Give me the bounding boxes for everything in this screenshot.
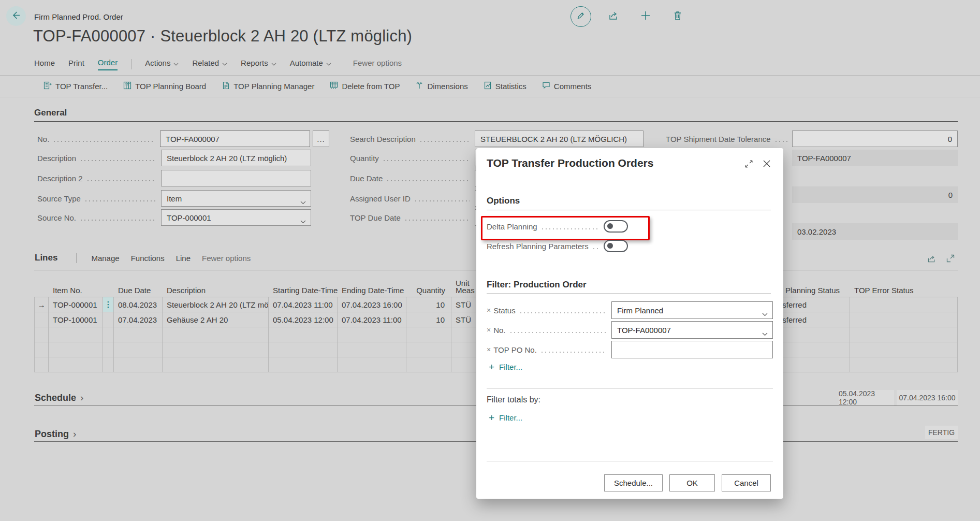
statistics-button[interactable]: Statistics [484,81,526,91]
clear-filter-icon[interactable]: × [487,326,491,334]
plus-icon [640,10,651,23]
chevron-down-icon [326,59,331,67]
status-filter-row: × Status Firm Planned [487,301,773,319]
dotted-leader [81,160,156,161]
tab-separator [131,59,131,69]
dotted-leader [593,248,599,249]
add-totals-filter-button[interactable]: + Filter... [489,413,522,422]
top-planning-manager-button[interactable]: TOP Planning Manager [222,81,314,91]
col-starting[interactable]: Starting Date-Time [269,287,338,297]
comments-button[interactable]: Comments [542,81,592,91]
tab-related[interactable]: Related [192,59,227,70]
lines-menu-manage[interactable]: Manage [91,254,119,263]
lines-section-title[interactable]: Lines [35,253,57,263]
lines-menu-functions[interactable]: Functions [131,254,165,263]
status-filter-select[interactable]: Firm Planned [611,301,773,319]
dotted-leader [405,220,470,221]
row-options-icon[interactable]: ⋮ [103,297,114,312]
description2-field[interactable] [161,170,311,186]
top-planning-board-button[interactable]: TOP Planning Board [123,81,206,91]
planning-manager-icon [222,81,230,91]
dialog-divider [487,388,773,389]
add-button[interactable] [636,7,655,26]
col-ending[interactable]: Ending Date-Time [338,287,406,297]
general-section-title[interactable]: General [34,108,67,118]
tab-automate[interactable]: Automate [290,59,331,70]
field-row-shipment-tolerance: TOP Shipment Date Tolerance 0 [666,131,958,147]
col-due-date[interactable]: Due Date [114,287,163,297]
col-error-status[interactable]: TOP Error Status [850,287,958,297]
dotted-leader [520,312,607,313]
clear-filter-icon[interactable]: × [487,345,491,354]
ribbon-tabs: Home Print Order Actions Related Reports… [34,58,402,70]
delta-planning-toggle[interactable] [604,220,628,233]
col-description[interactable]: Description [163,287,269,297]
dotted-leader [87,180,156,181]
top-po-filter-input[interactable] [611,341,773,358]
top-transfer-button[interactable]: TOP Transfer... [43,81,108,91]
shipment-tolerance-field[interactable]: 0 [792,131,958,147]
schedule-button[interactable]: Schedule... [604,474,663,491]
lines-menu-line[interactable]: Line [176,254,191,263]
field-row-no: No. TOP-FA000007 ... [37,131,329,147]
top-po-filter-row: × TOP PO No. [487,341,773,358]
field-label: Assigned User ID [350,194,411,203]
lines-fewer-options[interactable]: Fewer options [202,254,251,263]
col-item-no[interactable]: Item No. [49,287,103,297]
field-row-description: Description Steuerblock 2 AH 20 (LTZ mög… [37,150,311,166]
posting-section-header[interactable]: Posting› [35,428,76,440]
pencil-icon [576,11,586,22]
lines-focus-mode-icon[interactable] [946,254,955,266]
dotted-leader [81,220,156,221]
cancel-button[interactable]: Cancel [722,474,771,491]
delete-from-top-button[interactable]: Delete from TOP [330,81,400,91]
field-label: Search Description [350,135,416,143]
description-field[interactable]: Steuerblock 2 AH 20 (LTZ möglich) [161,150,311,166]
field-row-source-no: Source No. TOP-000001 [37,209,311,226]
dotted-leader [85,200,156,201]
field-row-source-type: Source Type Item [37,190,311,207]
dotted-leader [54,141,155,142]
refresh-parameters-toggle[interactable] [604,240,628,252]
ok-button[interactable]: OK [669,474,715,491]
tab-actions[interactable]: Actions [145,59,179,70]
fewer-options-button[interactable]: Fewer options [353,59,402,70]
back-arrow-icon [11,10,21,22]
general-underline [34,121,958,122]
tab-home[interactable]: Home [34,59,55,70]
error-status-cell[interactable] [850,312,958,327]
share-button[interactable] [604,7,623,26]
dimensions-button[interactable]: Dimensions [415,81,467,91]
error-status-cell[interactable] [850,297,958,312]
breadcrumb: Firm Planned Prod. Order [34,12,123,21]
chevron-down-icon [173,59,179,67]
lookup-ellipsis-button[interactable]: ... [313,131,329,147]
back-button[interactable] [6,6,26,26]
schedule-section-header[interactable]: Schedule› [35,392,83,403]
lines-share-icon[interactable] [927,254,937,266]
delete-from-top-icon [330,81,338,91]
delete-button[interactable] [668,7,688,26]
field-label: TOP Due Date [350,213,401,222]
dialog-divider [487,461,773,461]
tab-order[interactable]: Order [98,58,118,70]
dialog-expand-icon[interactable] [744,160,753,170]
col-quantity[interactable]: Quantity [406,287,451,297]
tab-reports[interactable]: Reports [241,59,276,70]
source-type-select[interactable]: Item [161,190,311,207]
add-filter-button[interactable]: + Filter... [489,363,522,371]
chevron-down-icon [762,329,768,338]
no-filter-select[interactable]: TOP-FA000007 [611,321,773,339]
planning-board-icon [123,81,131,91]
field-label: TOP Shipment Date Tolerance [666,135,771,143]
source-no-select[interactable]: TOP-000001 [161,209,311,226]
dotted-leader [420,141,470,142]
dialog-close-icon[interactable] [763,160,771,170]
edit-button[interactable] [571,6,591,27]
search-description-field[interactable]: STEUERBLOCK 2 AH 20 (LTZ MÖGLICH) [475,131,643,147]
clear-filter-icon[interactable]: × [487,306,491,314]
filter-totals-title: Filter totals by: [487,395,540,404]
tab-print[interactable]: Print [68,59,84,70]
no-field[interactable]: TOP-FA000007 [160,131,310,147]
chevron-down-icon [300,216,306,225]
